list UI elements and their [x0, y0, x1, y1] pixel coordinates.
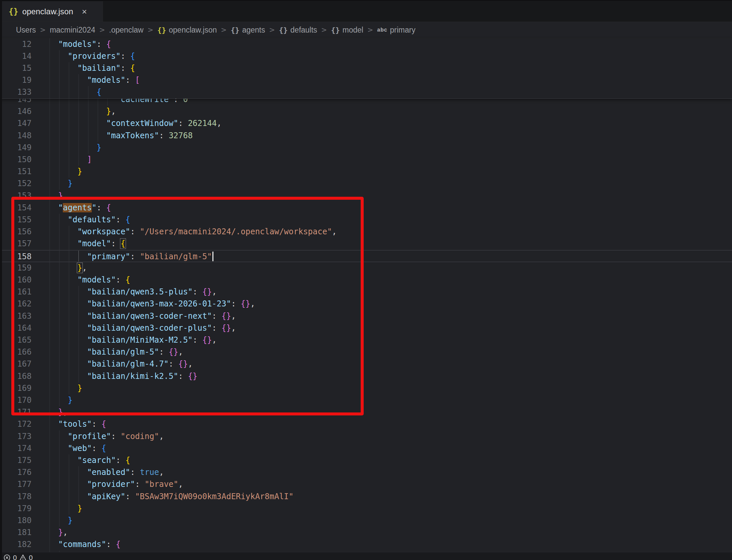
code-line[interactable]: 180}: [0, 514, 732, 527]
line-number[interactable]: 173: [0, 430, 32, 442]
code-line[interactable]: 152}: [0, 177, 732, 190]
line-number[interactable]: 179: [0, 503, 32, 514]
code-token: }: [68, 516, 72, 525]
problems-status[interactable]: 0 0: [0, 552, 732, 560]
object-symbol-icon: {}: [331, 26, 340, 34]
breadcrumb-item-agents[interactable]: {}agents: [231, 26, 265, 35]
indent-guide: [50, 406, 50, 418]
breadcrumb-item--openclaw[interactable]: .openclaw: [109, 26, 144, 35]
line-number[interactable]: 158: [0, 251, 32, 263]
line-number[interactable]: 151: [0, 166, 32, 177]
code-line[interactable]: 151}: [0, 166, 732, 178]
code-line[interactable]: 164"bailian/qwen3-coder-plus": {},: [0, 322, 732, 334]
code-line[interactable]: 172"tools": {: [0, 418, 732, 430]
line-number[interactable]: 181: [0, 526, 32, 538]
code-line[interactable]: 171},: [0, 406, 732, 418]
code-line[interactable]: 155"defaults": {: [0, 214, 732, 226]
code-line[interactable]: 179}: [0, 503, 732, 515]
breadcrumb-item-openclaw-json[interactable]: {}openclaw.json: [157, 26, 217, 35]
code-line[interactable]: 170}: [0, 394, 732, 406]
code-token: ": [58, 203, 63, 212]
tab-label: openclaw.json: [22, 7, 73, 16]
line-number[interactable]: 166: [0, 346, 32, 358]
line-number[interactable]: 12: [0, 38, 32, 50]
code-line[interactable]: 159},: [0, 262, 732, 274]
code-line[interactable]: 156"workspace": "/Users/macmini2024/.ope…: [0, 226, 732, 238]
breadcrumb-item-defaults[interactable]: {}defaults: [279, 26, 317, 35]
line-number[interactable]: 154: [0, 202, 32, 214]
code-line[interactable]: 160"models": {: [0, 274, 732, 286]
code-line[interactable]: 149}: [0, 142, 732, 154]
tab-openclaw-json[interactable]: {} openclaw.json ×: [2, 1, 103, 22]
line-number[interactable]: 167: [0, 358, 32, 370]
code-line[interactable]: 148"maxTokens": 32768: [0, 130, 732, 142]
line-number[interactable]: 162: [0, 298, 32, 310]
line-number[interactable]: 157: [0, 238, 32, 250]
code-line[interactable]: 157"model": {: [0, 238, 732, 250]
line-number[interactable]: 160: [0, 274, 32, 286]
line-number[interactable]: 182: [0, 538, 32, 550]
line-number[interactable]: 19: [0, 74, 32, 86]
line-number[interactable]: 177: [0, 478, 32, 490]
line-number[interactable]: 149: [0, 142, 32, 154]
code-line[interactable]: 146},: [0, 105, 732, 118]
line-number[interactable]: 153: [0, 190, 32, 202]
line-number[interactable]: 147: [0, 117, 32, 129]
code-line[interactable]: 166"bailian/glm-5": {},: [0, 346, 732, 358]
indent-guide: [69, 370, 69, 383]
line-number[interactable]: 14: [0, 50, 32, 62]
line-number[interactable]: 174: [0, 442, 32, 454]
code-line[interactable]: 163"bailian/qwen3-coder-next": {},: [0, 310, 732, 322]
code-line[interactable]: 174"web": {: [0, 442, 732, 455]
code-line[interactable]: 161"bailian/qwen3.5-plus": {},: [0, 286, 732, 298]
code-line[interactable]: 154"agents": {: [0, 202, 732, 214]
code-line[interactable]: 147"contextWindow": 262144,: [0, 117, 732, 130]
code-line[interactable]: 162"bailian/qwen3-max-2026-01-23": {},: [0, 298, 732, 310]
line-number[interactable]: 148: [0, 130, 32, 142]
line-number[interactable]: 171: [0, 406, 32, 418]
line-number[interactable]: 169: [0, 382, 32, 394]
line-number[interactable]: 164: [0, 322, 32, 334]
line-number[interactable]: 156: [0, 226, 32, 238]
breadcrumb-item-model[interactable]: {}model: [331, 26, 363, 35]
line-number[interactable]: 152: [0, 177, 32, 189]
breadcrumb-item-macmini2024[interactable]: macmini2024: [50, 26, 95, 35]
code-line[interactable]: 178"apiKey": "BSAw3M7iQW09o0km3AdERiykAr…: [0, 491, 732, 503]
line-number[interactable]: 168: [0, 370, 32, 382]
breadcrumb-item-users[interactable]: Users: [16, 26, 36, 35]
line-number[interactable]: 155: [0, 214, 32, 226]
code-line[interactable]: 182"commands": {: [0, 538, 732, 551]
code-line[interactable]: 153},: [0, 190, 732, 202]
line-number[interactable]: 180: [0, 514, 32, 526]
code-line[interactable]: 173"profile": "coding",: [0, 430, 732, 443]
code-line[interactable]: 181},: [0, 526, 732, 539]
line-number[interactable]: 178: [0, 491, 32, 503]
tab-close-icon[interactable]: ×: [82, 7, 87, 16]
line-number[interactable]: 176: [0, 466, 32, 478]
line-number[interactable]: 161: [0, 286, 32, 298]
code-line[interactable]: 167"bailian/glm-4.7": {},: [0, 358, 732, 370]
code-line[interactable]: 177"provider": "brave",: [0, 478, 732, 491]
indent-guide: [59, 442, 60, 455]
line-number[interactable]: 170: [0, 394, 32, 406]
line-number[interactable]: 15: [0, 62, 32, 74]
code-line[interactable]: 175"search": {: [0, 454, 732, 467]
line-number[interactable]: 133: [0, 86, 32, 98]
code-line[interactable]: 176"enabled": true,: [0, 466, 732, 479]
line-number[interactable]: 163: [0, 310, 32, 322]
code-token: {}: [202, 287, 212, 296]
line-number[interactable]: 165: [0, 334, 32, 346]
line-number[interactable]: 146: [0, 105, 32, 117]
line-number[interactable]: 159: [0, 262, 32, 274]
indent-guide: [59, 358, 60, 370]
code-line[interactable]: 150]: [0, 154, 732, 166]
line-number[interactable]: 150: [0, 154, 32, 166]
code-line[interactable]: 165"bailian/MiniMax-M2.5": {},: [0, 334, 732, 346]
code-line[interactable]: 169}: [0, 382, 732, 394]
code-token: ,: [212, 335, 216, 345]
line-number[interactable]: 175: [0, 454, 32, 466]
code-line[interactable]: 158"primary": "bailian/glm-5": [0, 250, 732, 262]
line-number[interactable]: 172: [0, 418, 32, 430]
breadcrumb-item-primary[interactable]: abcprimary: [377, 26, 415, 35]
code-line[interactable]: 168"bailian/kimi-k2.5": {}: [0, 370, 732, 383]
